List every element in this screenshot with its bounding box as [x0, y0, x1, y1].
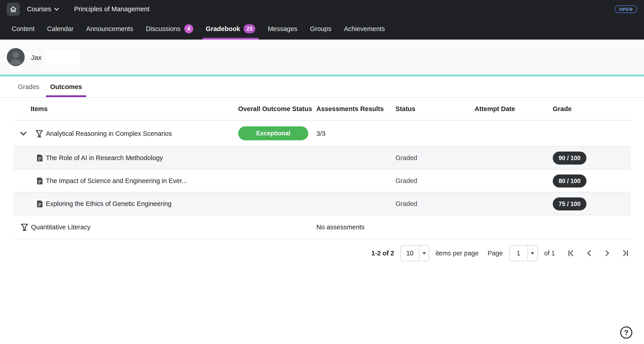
outcomes-table: Items Overall Outcome Status Assessments…: [14, 98, 630, 239]
assessment-row: The Impact of Science and Engineering in…: [14, 170, 630, 192]
select-caret-icon: [528, 245, 538, 261]
outcome-funnel-icon: [35, 129, 44, 137]
discussions-count-badge: 4: [184, 24, 193, 33]
first-page-icon: [567, 249, 576, 258]
chevron-down-icon: [20, 131, 27, 136]
overall-status-pill: Exceptional: [238, 126, 308, 140]
open-badge: OPEN: [615, 5, 637, 13]
nav-item-messages[interactable]: Messages: [261, 18, 304, 40]
page-of-label: of 1: [544, 250, 555, 257]
question-mark-icon: ?: [624, 328, 628, 336]
assessments-results-value: No assessments: [316, 223, 396, 231]
nav-label: Announcements: [86, 25, 133, 32]
user-bar: Jax: [0, 40, 644, 75]
items-per-page-label: items per page: [436, 250, 478, 257]
items-per-page-select[interactable]: 10: [400, 245, 429, 261]
assessment-row: The Role of AI in Research Methodology G…: [14, 147, 630, 170]
items-per-page-value: 10: [401, 250, 419, 257]
nav-label: Achievements: [344, 25, 385, 32]
header-items: Items: [14, 105, 238, 112]
nav-item-gradebook[interactable]: Gradebook 23: [200, 18, 262, 40]
nav-label: Messages: [268, 25, 297, 32]
header-status: Status: [396, 105, 474, 112]
home-icon: [10, 5, 17, 13]
outcome-funnel-icon: [20, 223, 29, 231]
assessments-results-value: 3/3: [316, 130, 396, 137]
table-header-row: Items Overall Outcome Status Assessments…: [14, 98, 630, 121]
nav-item-achievements[interactable]: Achievements: [338, 18, 391, 40]
chevron-down-icon: [54, 8, 59, 11]
last-page-icon: [621, 249, 630, 258]
assessment-title: Exploring the Ethics of Genetic Engineer…: [46, 200, 172, 207]
avatar-person-icon: [7, 48, 25, 66]
header-assessments-results: Assessments Results: [316, 105, 396, 112]
nav-item-content[interactable]: Content: [6, 18, 41, 40]
previous-page-button[interactable]: [583, 247, 596, 259]
tab-grades[interactable]: Grades: [14, 77, 44, 97]
page-number-value: 1: [510, 250, 528, 257]
assessment-status: Graded: [396, 177, 474, 184]
app-root: Courses Principles of Management OPEN Co…: [0, 0, 644, 344]
pager-buttons: [565, 247, 632, 259]
outcome-row: Quantitative Literacy No assessments: [14, 215, 630, 239]
select-caret-icon: [419, 245, 429, 261]
gradebook-count-badge: 23: [244, 24, 255, 33]
courses-dropdown[interactable]: Courses: [27, 6, 59, 13]
chevron-right-icon: [603, 249, 612, 258]
nav-item-discussions[interactable]: Discussions 4: [140, 18, 200, 40]
assessment-title: The Impact of Science and Engineering in…: [46, 177, 187, 184]
nav-label: Gradebook: [206, 25, 240, 32]
assessment-title: The Role of AI in Research Methodology: [46, 154, 163, 161]
nav-item-groups[interactable]: Groups: [304, 18, 338, 40]
user-avatar: [7, 48, 25, 66]
next-page-button[interactable]: [601, 247, 614, 259]
assessment-status: Graded: [396, 154, 474, 161]
nav-label: Discussions: [146, 25, 181, 32]
nav-label: Content: [12, 25, 34, 32]
header-grade: Grade: [553, 105, 630, 112]
home-button[interactable]: [7, 3, 20, 16]
top-bar: Courses Principles of Management OPEN: [0, 0, 644, 18]
grade-pill: 75 / 100: [553, 197, 586, 210]
outcome-row: Analytical Reasoning in Complex Scenario…: [14, 121, 630, 147]
pagination-bar: 1-2 of 2 10 items per page Page 1 of 1: [0, 239, 644, 267]
first-page-button[interactable]: [565, 247, 578, 259]
nav-label: Groups: [310, 25, 332, 32]
gradebook-tabs: Grades Outcomes: [0, 77, 644, 98]
grade-pill: 90 / 100: [553, 151, 586, 164]
page-number-select[interactable]: 1: [509, 245, 538, 261]
teal-divider: [0, 75, 644, 77]
user-first-name: Jax: [31, 53, 42, 61]
grade-pill: 80 / 100: [553, 174, 586, 187]
nav-item-announcements[interactable]: Announcements: [80, 18, 140, 40]
assessment-row: Exploring the Ethics of Genetic Engineer…: [14, 192, 630, 215]
tab-outcomes[interactable]: Outcomes: [46, 77, 86, 97]
document-icon: [36, 177, 43, 185]
outcome-title: Quantitative Literacy: [31, 223, 90, 231]
page-label: Page: [488, 250, 503, 257]
last-page-button[interactable]: [619, 247, 632, 259]
nav-item-calendar[interactable]: Calendar: [41, 18, 80, 40]
outcome-title: Analytical Reasoning in Complex Scenario…: [46, 130, 172, 137]
course-navbar: Content Calendar Announcements Discussio…: [0, 18, 644, 40]
document-icon: [36, 200, 43, 207]
help-button[interactable]: ?: [620, 326, 632, 338]
chevron-left-icon: [585, 249, 594, 258]
collapse-outcome-button[interactable]: [18, 128, 29, 139]
courses-label: Courses: [27, 6, 51, 13]
header-attempt-date: Attempt Date: [474, 105, 553, 112]
course-title: Principles of Management: [74, 6, 150, 13]
name-redaction-box: [45, 50, 80, 64]
page-range-label: 1-2 of 2: [372, 250, 394, 257]
nav-label: Calendar: [47, 25, 74, 32]
document-icon: [36, 154, 43, 162]
header-overall-outcome-status: Overall Outcome Status: [238, 105, 316, 112]
assessment-status: Graded: [396, 200, 474, 207]
